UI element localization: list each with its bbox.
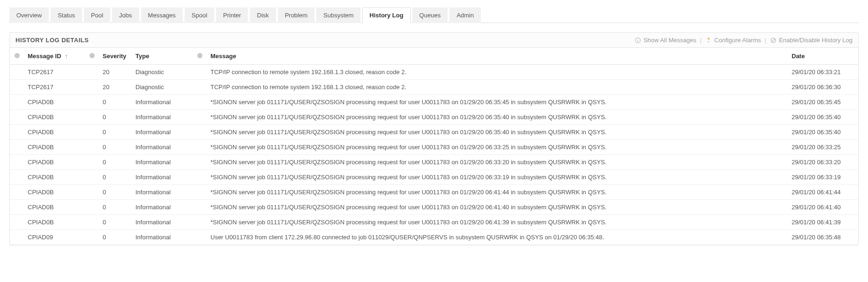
cell-date: 29/01/20 06:35:45 [788,95,858,110]
row-indicator [10,185,24,200]
row-indicator [85,125,99,140]
history-log-panel: HISTORY LOG DETAILS Show All Messages | [9,32,859,245]
tab-admin[interactable]: Admin [449,8,481,23]
cell-severity: 20 [99,65,132,80]
enable-disable-link[interactable]: Enable/Disable History Log [770,37,853,44]
cell-message: *SIGNON server job 011171/QUSER/QZSOSIGN… [207,95,788,110]
panel-actions: Show All Messages | Configure Alarms | [635,37,853,44]
header-severity[interactable]: Severity [99,48,132,65]
header-message[interactable]: Message [207,48,788,65]
history-log-table: Message ID ↑ Severity Type Message Date … [10,48,858,245]
table-row[interactable]: CPIAD0B0Informational*SIGNON server job … [10,200,858,215]
cell-type: Informational [132,110,193,125]
cell-message-id: CPIAD09 [24,230,85,245]
row-indicator [85,200,99,215]
table-header-row: Message ID ↑ Severity Type Message Date [10,48,858,65]
cell-message-id: CPIAD0B [24,140,85,155]
row-indicator [193,65,207,80]
cell-message: *SIGNON server job 011171/QUSER/QZSOSIGN… [207,110,788,125]
cell-message: TCP/IP connection to remote system 192.1… [207,65,788,80]
row-indicator [10,140,24,155]
row-indicator [193,200,207,215]
cell-message: *SIGNON server job 011171/QUSER/QZSOSIGN… [207,200,788,215]
table-row[interactable]: CPIAD0B0Informational*SIGNON server job … [10,185,858,200]
show-all-messages-link[interactable]: Show All Messages [635,37,696,44]
cell-severity: 0 [99,95,132,110]
table-row[interactable]: CPIAD0B0Informational*SIGNON server job … [10,110,858,125]
info-icon [635,37,641,44]
tab-printer[interactable]: Printer [216,8,248,23]
row-indicator [10,95,24,110]
tab-history-log[interactable]: History Log [362,8,410,23]
row-indicator [10,155,24,170]
row-indicator [193,140,207,155]
header-type[interactable]: Type [132,48,193,65]
cell-message-id: CPIAD0B [24,200,85,215]
header-date[interactable]: Date [788,48,858,65]
cell-message: *SIGNON server job 011171/QUSER/QZSOSIGN… [207,185,788,200]
row-indicator [193,155,207,170]
configure-alarms-label: Configure Alarms [714,37,761,44]
filter-dot-severity[interactable] [85,48,99,65]
row-indicator [10,65,24,80]
table-row[interactable]: CPIAD090InformationalUser U0011783 from … [10,230,858,245]
tab-queues[interactable]: Queues [412,8,448,23]
row-indicator [85,215,99,230]
row-indicator [85,110,99,125]
configure-alarms-link[interactable]: Configure Alarms [705,37,761,44]
cell-message-id: CPIAD0B [24,110,85,125]
separator: | [765,37,766,44]
cell-type: Informational [132,170,193,185]
cell-message: *SIGNON server job 011171/QUSER/QZSOSIGN… [207,170,788,185]
cell-date: 29/01/20 06:33:21 [788,65,858,80]
cell-message: TCP/IP connection to remote system 192.1… [207,80,788,95]
tab-spool[interactable]: Spool [185,8,214,23]
table-row[interactable]: CPIAD0B0Informational*SIGNON server job … [10,170,858,185]
table-row[interactable]: CPIAD0B0Informational*SIGNON server job … [10,215,858,230]
cell-message-id: CPIAD0B [24,155,85,170]
block-icon [770,37,777,44]
cell-message: *SIGNON server job 011171/QUSER/QZSOSIGN… [207,155,788,170]
tab-problem[interactable]: Problem [278,8,314,23]
table-row[interactable]: CPIAD0B0Informational*SIGNON server job … [10,125,858,140]
table-row[interactable]: TCP261720DiagnosticTCP/IP connection to … [10,65,858,80]
cell-message: *SIGNON server job 011171/QUSER/QZSOSIGN… [207,125,788,140]
tab-jobs[interactable]: Jobs [112,8,139,23]
row-indicator [85,65,99,80]
tab-messages[interactable]: Messages [141,8,183,23]
cell-date: 29/01/20 06:41:44 [788,185,858,200]
row-indicator [85,80,99,95]
cell-message: *SIGNON server job 011171/QUSER/QZSOSIGN… [207,140,788,155]
svg-line-6 [772,38,775,42]
svg-point-3 [708,38,710,39]
cell-severity: 0 [99,110,132,125]
cell-severity: 0 [99,230,132,245]
table-body: TCP261720DiagnosticTCP/IP connection to … [10,65,858,245]
tab-disk[interactable]: Disk [250,8,276,23]
tab-subsystem[interactable]: Subsystem [316,8,360,23]
table-row[interactable]: CPIAD0B0Informational*SIGNON server job … [10,155,858,170]
svg-point-1 [637,38,638,39]
table-row[interactable]: CPIAD0B0Informational*SIGNON server job … [10,140,858,155]
cell-type: Diagnostic [132,80,193,95]
tab-status[interactable]: Status [51,8,82,23]
filter-dot-message[interactable] [193,48,207,65]
cell-date: 29/01/20 06:35:40 [788,125,858,140]
table-row[interactable]: CPIAD0B0Informational*SIGNON server job … [10,95,858,110]
separator: | [700,37,702,44]
tab-pool[interactable]: Pool [84,8,110,23]
cell-type: Informational [132,230,193,245]
row-indicator [10,215,24,230]
cell-message: *SIGNON server job 011171/QUSER/QZSOSIGN… [207,215,788,230]
row-indicator [10,170,24,185]
row-indicator [85,140,99,155]
cell-type: Informational [132,155,193,170]
table-row[interactable]: TCP261720DiagnosticTCP/IP connection to … [10,80,858,95]
tab-overview[interactable]: Overview [9,8,49,23]
cell-message-id: TCP2617 [24,65,85,80]
row-indicator [85,185,99,200]
row-indicator [10,110,24,125]
filter-dot-message-id[interactable] [10,48,24,65]
header-message-id[interactable]: Message ID ↑ [24,48,85,65]
cell-type: Informational [132,215,193,230]
